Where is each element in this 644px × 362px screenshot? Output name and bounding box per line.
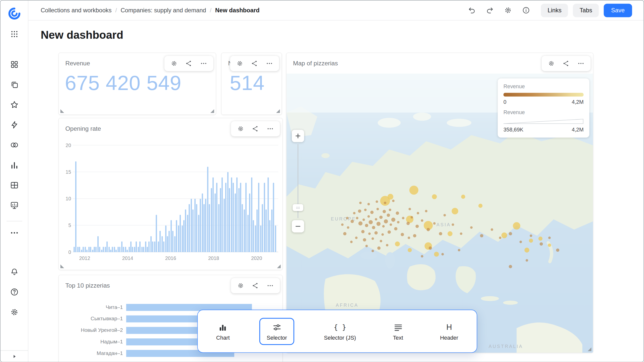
datalens-logo[interactable]	[8, 7, 20, 20]
chart-icon	[218, 322, 228, 332]
breadcrumb-collections[interactable]: Collections and workbooks	[41, 7, 112, 14]
add-item-header[interactable]: H Header	[433, 318, 466, 345]
add-item-label: Selector (JS)	[324, 335, 356, 341]
widget-card-opening-rate[interactable]: Opening rate 05101520 201220142016201820…	[59, 118, 283, 270]
help-icon[interactable]	[10, 288, 19, 297]
widget-card-map[interactable]: Map of pizzerias	[287, 53, 593, 353]
map-legend: Revenue 0 4,2M Revenue 358,69K 4,2M	[498, 78, 589, 138]
widget-toolbar	[230, 56, 279, 71]
widget-more-icon[interactable]	[200, 60, 207, 67]
legend-size-min: 358,69K	[503, 126, 523, 133]
count-value: 514	[230, 71, 265, 95]
datasets-circles-icon[interactable]	[10, 141, 19, 150]
widget-card-revenue[interactable]: Revenue 675 420 549	[59, 53, 216, 115]
widget-share-icon[interactable]	[185, 60, 192, 67]
breadcrumb: Collections and workbooks / Companies: s…	[41, 7, 260, 14]
legend-color-title: Revenue	[503, 83, 584, 90]
widget-toolbar	[231, 278, 280, 293]
widget-title: Map of pizzerias	[293, 60, 338, 67]
tables-icon[interactable]	[10, 181, 19, 190]
charts-bar-icon[interactable]	[10, 161, 19, 170]
widget-settings-icon[interactable]	[237, 282, 244, 289]
save-button[interactable]: Save	[604, 4, 632, 17]
sidebar-bottom	[10, 267, 19, 317]
apps-grid-icon[interactable]	[10, 30, 19, 39]
resize-handle[interactable]	[277, 264, 281, 268]
resize-handle[interactable]	[60, 264, 64, 268]
widget-toolbar	[542, 56, 590, 71]
widget-settings-icon[interactable]	[171, 60, 178, 67]
legend-color-max: 4,2M	[572, 99, 584, 105]
tabs-button[interactable]: Tabs	[573, 4, 599, 17]
sidebar-collapse[interactable]	[1, 350, 28, 362]
map-area-label: AFRICA	[336, 303, 358, 308]
header-icon: H	[446, 322, 452, 332]
collapse-arrow-icon	[11, 353, 18, 359]
redo-icon[interactable]	[486, 6, 494, 15]
topbar-actions: Links Tabs Save	[458, 4, 632, 17]
map-area-label: ASIA	[436, 222, 451, 227]
add-item-selector-js[interactable]: { } Selector (JS)	[316, 318, 363, 345]
app-window: Collections and workbooks / Companies: s…	[0, 0, 644, 362]
resize-handle[interactable]	[276, 109, 280, 113]
resize-handle[interactable]	[588, 347, 591, 351]
resize-handle[interactable]	[60, 109, 64, 113]
topbar: Collections and workbooks / Companies: s…	[28, 1, 644, 21]
settings-gear-icon[interactable]	[504, 6, 512, 15]
page-title: New dashboard	[41, 29, 123, 41]
widget-title: Top 10 pizzerias	[65, 282, 110, 289]
main-area: Collections and workbooks / Companies: s…	[28, 1, 644, 362]
add-item-label: Header	[440, 335, 458, 341]
map-zoom-in-button[interactable]	[292, 130, 304, 142]
widget-more-icon[interactable]	[267, 282, 274, 289]
opening-rate-chart	[73, 145, 278, 252]
widget-share-icon[interactable]	[251, 60, 258, 67]
widget-more-icon[interactable]	[266, 60, 273, 67]
opening-rate-xlabels: 20122014201620182020	[73, 255, 278, 262]
add-item-chart[interactable]: Chart	[209, 318, 237, 345]
legend-size-max: 4,2M	[572, 126, 584, 133]
dashboard-grid-icon[interactable]	[10, 60, 19, 69]
widget-settings-icon[interactable]	[548, 60, 555, 67]
favorites-star-icon[interactable]	[10, 100, 19, 109]
selector-js-icon: { }	[334, 322, 346, 332]
links-button[interactable]: Links	[541, 4, 568, 17]
widget-more-icon[interactable]	[577, 60, 584, 67]
legend-size-wedge	[503, 119, 584, 124]
add-item-text[interactable]: Text	[386, 318, 411, 345]
widget-settings-icon[interactable]	[236, 60, 243, 67]
opening-rate-ylabels: 05101520	[60, 145, 71, 252]
breadcrumb-workbook[interactable]: Companies: supply and demand	[121, 7, 206, 14]
legend-color-gradient	[503, 93, 584, 97]
selector-icon	[272, 322, 282, 332]
map-zoom-slider-handle[interactable]	[293, 204, 303, 211]
breadcrumb-separator: /	[210, 7, 212, 14]
breadcrumb-current: New dashboard	[215, 7, 259, 14]
widget-share-icon[interactable]	[252, 125, 259, 132]
widget-share-icon[interactable]	[563, 60, 570, 67]
map-zoom-out-button[interactable]	[292, 220, 304, 233]
more-ellipsis-icon[interactable]	[10, 228, 19, 237]
widget-title: Revenue	[65, 60, 90, 67]
dashboards-monitor-icon[interactable]	[10, 201, 19, 210]
add-item-label: Selector	[267, 335, 287, 341]
revenue-value: 675 420 549	[65, 71, 181, 95]
undo-icon[interactable]	[468, 6, 476, 15]
widget-card-count[interactable]: Nu 514	[222, 53, 282, 115]
widget-settings-icon[interactable]	[237, 125, 244, 132]
legend-size-title: Revenue	[503, 109, 584, 116]
widget-share-icon[interactable]	[252, 282, 259, 289]
info-icon[interactable]	[522, 6, 531, 15]
connections-zap-icon[interactable]	[10, 120, 19, 129]
bell-icon[interactable]	[10, 267, 19, 277]
resize-handle[interactable]	[210, 109, 214, 113]
widget-title: Opening rate	[65, 125, 101, 132]
sidebar-divider	[6, 221, 22, 221]
settings-gear-icon[interactable]	[10, 308, 19, 317]
widget-toolbar	[164, 56, 213, 71]
add-item-selector[interactable]: Selector	[259, 318, 295, 345]
widget-more-icon[interactable]	[267, 125, 274, 132]
widget-toolbar	[231, 121, 280, 136]
collections-icon[interactable]	[10, 80, 19, 89]
map-area-label: EUROPE	[331, 216, 356, 221]
